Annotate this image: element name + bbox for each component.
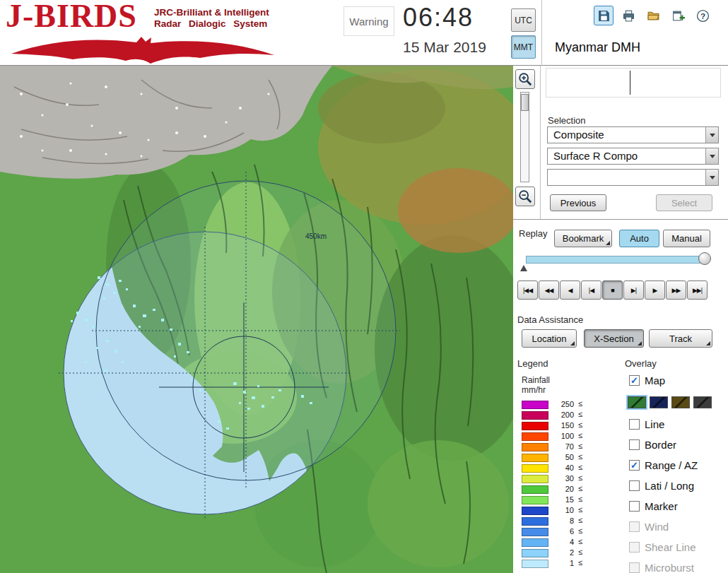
dropdown-arrow-button[interactable]: [705, 148, 718, 164]
legend-color-swatch: [522, 485, 548, 494]
wind-overlay-label: Wind: [645, 521, 669, 533]
legend-color-swatch: [522, 454, 548, 462]
help-button[interactable]: ?: [693, 6, 712, 25]
playback-forward-to-end-button[interactable]: ▶▶|: [687, 280, 708, 300]
lati-long-overlay-label: Lati / Long: [645, 480, 694, 492]
marker-checkbox[interactable]: [629, 501, 640, 512]
print-icon: [622, 9, 635, 23]
legend-color-swatch: [522, 549, 548, 557]
composite-dropdown[interactable]: Composite: [547, 126, 719, 143]
range-az-checkbox[interactable]: ✓: [629, 460, 640, 471]
warning-status[interactable]: Warning: [344, 6, 394, 36]
option-dropdown[interactable]: [547, 169, 719, 186]
dropdown-arrow-button[interactable]: [705, 127, 718, 143]
open-file-button[interactable]: [643, 6, 663, 25]
border-checkbox[interactable]: [629, 439, 640, 450]
legend-color-swatch: [522, 475, 548, 483]
radar-map-view[interactable]: 450km: [0, 66, 513, 573]
line-overlay-label: Line: [645, 418, 664, 430]
logo-subtitle-line2: Radar Dialogic System: [154, 18, 269, 30]
help-icon: ?: [696, 9, 710, 23]
station-list-box[interactable]: [546, 68, 721, 98]
map-color-option-olive[interactable]: [671, 396, 690, 408]
print-button[interactable]: [618, 6, 638, 25]
playback-play-button[interactable]: ▶: [645, 280, 665, 300]
location-button[interactable]: Location: [522, 329, 577, 348]
manual-mode-button[interactable]: Manual: [663, 230, 710, 247]
option-dropdown-value: [548, 170, 705, 185]
microburst-overlay-label: Microburst: [645, 562, 694, 573]
playback-play-backward-button[interactable]: ◀: [560, 280, 580, 300]
legend-row: 250≤: [522, 400, 613, 410]
map-color-option-gray[interactable]: [693, 396, 712, 408]
playback-rewind-to-start-button[interactable]: |◀◀: [517, 280, 538, 300]
legend-row: 1≤: [522, 559, 613, 569]
lati-long-checkbox[interactable]: [629, 480, 640, 491]
map-color-option-green[interactable]: [628, 396, 646, 408]
replay-start-marker-icon: [520, 265, 527, 271]
zoom-slider-handle[interactable]: [521, 94, 529, 111]
clock-date: 15 Mar 2019: [403, 39, 486, 56]
add-window-button[interactable]: [668, 6, 688, 25]
overlay-label: Overlay: [625, 358, 657, 369]
svg-text:?: ?: [700, 11, 705, 20]
dropdown-arrow-button[interactable]: [705, 170, 718, 185]
legend-row: 30≤: [522, 474, 613, 485]
product-dropdown[interactable]: Surface R Compo: [547, 148, 719, 165]
replay-slider-handle[interactable]: [698, 252, 711, 265]
playback-stop-button[interactable]: ■: [602, 280, 623, 300]
legend-row: 6≤: [522, 527, 613, 538]
radar-map-image: 450km: [0, 66, 513, 573]
previous-button[interactable]: Previous: [550, 194, 606, 211]
legend-row: 150≤: [522, 421, 613, 432]
playback-step-forward-button[interactable]: ▶|: [623, 280, 644, 300]
save-button[interactable]: [594, 6, 613, 25]
manual-button-label: Manual: [671, 233, 702, 244]
station-title: Myanmar DMH: [555, 40, 640, 55]
bookmark-button-label: Bookmark: [563, 233, 604, 244]
auto-mode-button[interactable]: Auto: [619, 230, 659, 247]
right-panel: Selection Composite Surface R Compo Prev…: [513, 66, 728, 573]
warning-label: Warning: [349, 16, 388, 28]
playback-step-back-button[interactable]: |◀: [581, 280, 601, 300]
legend-row: 20≤: [522, 485, 613, 495]
data-assistance-label: Data Assistance: [517, 314, 583, 325]
previous-button-label: Previous: [560, 198, 597, 208]
legend-color-swatch: [522, 538, 548, 547]
utc-toggle-button[interactable]: UTC: [511, 8, 536, 32]
select-button[interactable]: Select: [656, 194, 712, 211]
track-button[interactable]: Track: [649, 329, 712, 348]
replay-timeline-slider[interactable]: [526, 256, 707, 264]
zoom-in-button[interactable]: [515, 69, 535, 89]
line-checkbox[interactable]: [629, 419, 640, 430]
auto-button-label: Auto: [630, 233, 649, 244]
legend-color-swatch: [522, 411, 548, 420]
save-icon: [597, 9, 611, 23]
selection-label: Selection: [548, 115, 585, 126]
playback-fast-rewind-button[interactable]: ◀◀: [539, 280, 559, 300]
header-divider: [541, 0, 542, 66]
map-color-option-navy[interactable]: [650, 396, 668, 408]
mmt-toggle-button[interactable]: MMT: [511, 35, 536, 59]
map-checkbox[interactable]: ✓: [629, 375, 640, 386]
xsection-button[interactable]: X-Section: [584, 329, 644, 348]
legend-row: 100≤: [522, 432, 613, 442]
bookmark-button[interactable]: Bookmark: [554, 230, 612, 247]
zoom-slider-track[interactable]: [520, 92, 529, 182]
legend-color-swatch: [522, 496, 548, 504]
zoom-in-magnifier-icon: [517, 71, 533, 87]
legend-color-swatch: [522, 560, 548, 568]
legend-color-swatch: [522, 464, 548, 473]
legend-unit-line1: Rainfall: [522, 375, 550, 385]
playback-fast-forward-button[interactable]: ▶▶: [666, 280, 686, 300]
track-button-label: Track: [669, 333, 692, 344]
utc-label: UTC: [515, 16, 532, 25]
legend-row: 70≤: [522, 442, 613, 453]
wind-checkbox: [629, 521, 640, 532]
select-button-label: Select: [671, 198, 697, 208]
header-bar: J-BIRDS JRC-Brilliant & Intelligent Rada…: [0, 0, 728, 66]
open-folder-icon: [647, 9, 660, 23]
legend-color-swatch: [522, 422, 548, 430]
composite-dropdown-value: Composite: [548, 127, 705, 143]
zoom-out-button[interactable]: [515, 187, 535, 206]
